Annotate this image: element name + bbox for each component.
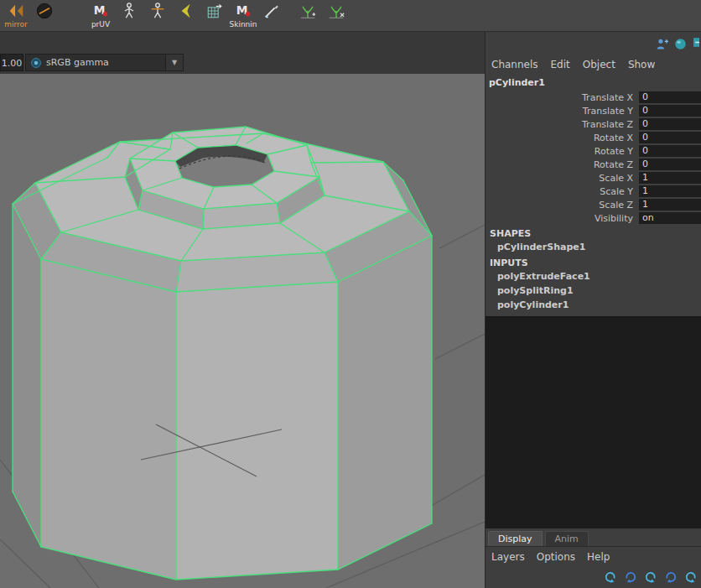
- channel-row: Visibility on: [486, 211, 701, 225]
- sphere-display-icon[interactable]: [674, 38, 687, 50]
- menu-channels[interactable]: Channels: [491, 59, 538, 70]
- channel-row: Translate Z 0: [486, 117, 701, 131]
- skinning-tool-label: Skinnin: [229, 20, 257, 29]
- menu-edit[interactable]: Edit: [551, 59, 570, 70]
- channel-label[interactable]: Translate Z: [486, 119, 639, 130]
- channel-row: Translate Y 0: [486, 104, 701, 117]
- channel-value-field[interactable]: 0: [639, 145, 701, 157]
- inputs-header: INPUTS: [486, 254, 701, 269]
- sphere-tool-button[interactable]: [30, 2, 59, 29]
- mirror-tool-label: mirror: [4, 20, 28, 29]
- menu-options[interactable]: Options: [537, 551, 575, 563]
- object-name[interactable]: pCylinder1: [486, 74, 701, 91]
- channel-row: Scale X 1: [486, 171, 701, 185]
- channel-value-field[interactable]: 0: [639, 105, 701, 117]
- maya-window: mirror M prUV: [0, 0, 701, 588]
- tab-display[interactable]: Display: [488, 531, 543, 546]
- panel-top-icons: [486, 32, 701, 55]
- channel-row: Rotate Z 0: [486, 158, 701, 171]
- exposure-field[interactable]: 1.00: [0, 54, 23, 71]
- channel-label[interactable]: Rotate X: [486, 133, 639, 143]
- pruv-tool-label: prUV: [91, 20, 110, 29]
- shapes-header: SHAPES: [486, 225, 701, 240]
- ik-handle-remove-button[interactable]: [322, 2, 350, 29]
- channel-value-field[interactable]: 1: [639, 185, 701, 197]
- toolbar: mirror M prUV: [0, 0, 701, 32]
- tab-anim[interactable]: Anim: [545, 531, 589, 546]
- channel-label[interactable]: Rotate Y: [486, 146, 639, 157]
- gamma-dropdown-arrow[interactable]: ▼: [165, 55, 183, 70]
- channel-box-body: pCylinder1 Translate X 0 Translate Y 0 T…: [486, 74, 701, 312]
- channel-row: Rotate X 0: [486, 131, 701, 144]
- channel-value-field[interactable]: 1: [639, 199, 701, 211]
- character-tool-button[interactable]: [115, 2, 143, 29]
- layer-editor-icons: [486, 566, 701, 588]
- pruv-tool-button[interactable]: M prUV: [86, 2, 115, 29]
- sphere-tool-icon: [35, 2, 54, 20]
- ik-handle-plus-icon: [299, 2, 317, 20]
- ik-handle-add-button[interactable]: [293, 2, 322, 29]
- channel-value-field[interactable]: 0: [639, 132, 701, 143]
- channel-box-menubar: Channels Edit Object Show: [486, 55, 701, 74]
- maya-m-icon: M: [91, 2, 110, 20]
- character-icon: [120, 2, 138, 20]
- menu-layers[interactable]: Layers: [491, 551, 525, 563]
- mirror-yellow-icon: [177, 2, 195, 20]
- menu-show[interactable]: Show: [628, 59, 655, 70]
- maya-m-icon: M: [234, 2, 252, 20]
- input-node[interactable]: polySplitRing1: [486, 284, 701, 298]
- input-node[interactable]: polyExtrudeFace1: [486, 269, 701, 284]
- channel-value-field[interactable]: 1: [639, 172, 701, 184]
- tpose-tool-button[interactable]: [143, 2, 172, 29]
- mirror-yellow-tool-button[interactable]: [172, 2, 200, 29]
- layer-action-icon[interactable]: [604, 570, 617, 584]
- shape-node[interactable]: pCylinderShape1: [486, 240, 701, 254]
- brush-icon: [262, 2, 281, 20]
- channel-row: Scale Z 1: [486, 198, 701, 211]
- layer-editor-menubar: Layers Options Help: [486, 547, 701, 566]
- mirror-tool-button[interactable]: mirror: [2, 2, 30, 29]
- gamma-label: sRGB gamma: [46, 57, 109, 68]
- input-node[interactable]: polyCylinder1: [486, 298, 701, 312]
- channel-row: Scale Y 1: [486, 185, 701, 198]
- gamma-dropdown[interactable]: sRGB gamma ▼: [25, 54, 184, 71]
- skinning-tool-button[interactable]: M Skinnin: [229, 2, 257, 29]
- channel-value-field[interactable]: 0: [639, 118, 701, 130]
- channel-row: Translate X 0: [486, 91, 701, 104]
- layer-action-icon[interactable]: [664, 570, 678, 584]
- channel-label[interactable]: Scale X: [486, 173, 639, 184]
- layer-action-icon[interactable]: [684, 570, 698, 584]
- layer-action-icon[interactable]: [644, 570, 657, 584]
- channel-box-panel: Channels Edit Object Show pCylinder1 Tra…: [485, 32, 701, 588]
- ik-handle-x-icon: [327, 2, 345, 20]
- viewport-controls: 1.00 sRGB gamma ▼: [0, 53, 184, 72]
- bottom-tabs: Display Anim: [486, 528, 701, 547]
- channel-value-field[interactable]: 0: [639, 91, 701, 103]
- brush-tool-button[interactable]: [257, 2, 286, 29]
- channel-label[interactable]: Rotate Z: [486, 159, 639, 170]
- menu-help[interactable]: Help: [587, 551, 610, 563]
- character-set-icon[interactable]: [656, 38, 668, 50]
- gamma-icon: [30, 57, 42, 69]
- channel-label[interactable]: Translate X: [486, 92, 639, 103]
- pcylinder-model[interactable]: [13, 127, 432, 580]
- uv-grid-icon: [205, 2, 224, 20]
- layer-action-icon[interactable]: [624, 570, 637, 584]
- clipped-panel-icon[interactable]: [693, 36, 699, 52]
- channel-box-empty-area: [486, 316, 701, 528]
- mirror-icon: [7, 2, 25, 20]
- channel-label[interactable]: Visibility: [486, 213, 639, 224]
- tpose-icon: [148, 2, 167, 20]
- channel-label[interactable]: Scale Y: [486, 186, 639, 197]
- channel-label[interactable]: Translate Y: [486, 106, 639, 117]
- channel-value-field[interactable]: on: [639, 212, 701, 224]
- channel-row: Rotate Y 0: [486, 144, 701, 158]
- viewport-panel: 1.00 sRGB gamma ▼: [0, 32, 485, 588]
- channel-value-field[interactable]: 0: [639, 159, 701, 170]
- channel-label[interactable]: Scale Z: [486, 200, 639, 211]
- menu-object[interactable]: Object: [583, 59, 615, 70]
- uv-grid-tool-button[interactable]: [200, 2, 229, 29]
- viewport-canvas[interactable]: [0, 74, 485, 588]
